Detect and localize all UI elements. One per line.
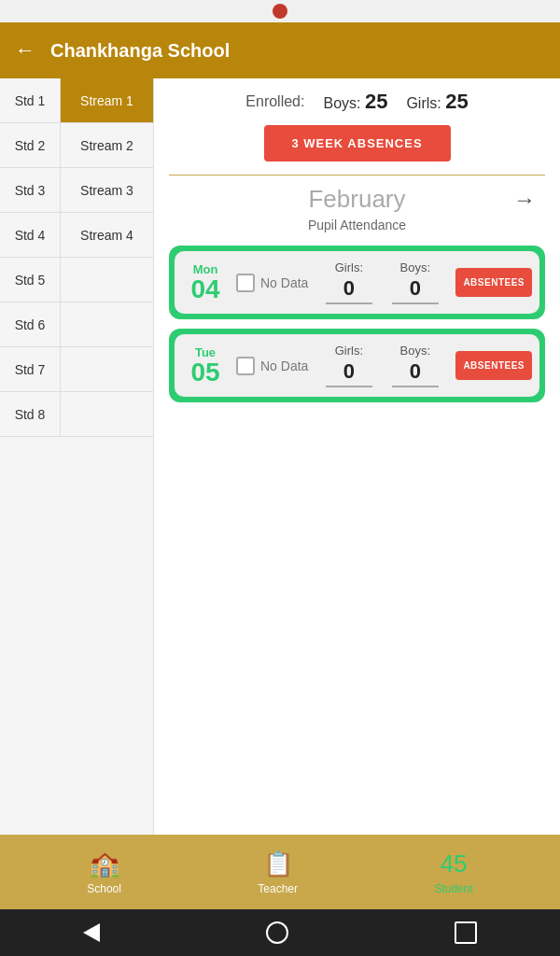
back-system-button[interactable]: [83, 923, 100, 942]
attendance-card-2: Tue 05 No Data Girls: 0 Boys: 0: [175, 334, 539, 397]
month-nav: February →: [169, 185, 545, 214]
day-label-2: Tue 05: [182, 345, 229, 386]
boys-count-col-1: Boys: 0: [392, 260, 439, 304]
nav-item-teacher[interactable]: 📋 Teacher: [258, 850, 298, 895]
std-label-8: Std 8: [0, 392, 61, 436]
stream-item-1[interactable]: Stream 1: [61, 78, 153, 122]
girls-header-2: Girls:: [335, 344, 363, 358]
day-num-2: 05: [190, 359, 219, 386]
absentees-button-1[interactable]: ABSENTEES: [455, 268, 532, 297]
stream-item-3[interactable]: Stream 3: [61, 168, 153, 212]
bottom-nav: 🏫 School 📋 Teacher 45 Student: [0, 835, 560, 909]
stream-item-7[interactable]: [61, 347, 153, 391]
girls-count-label: Girls: 25: [406, 90, 468, 114]
std-row-6: Std 6: [0, 302, 153, 347]
sidebar: Std 1 Stream 1 Std 2 Stream 2 Std 3 Stre…: [0, 78, 154, 835]
stream-item-4[interactable]: Stream 4: [61, 213, 153, 257]
girls-value-1: 0: [343, 276, 355, 301]
no-data-checkbox-2[interactable]: [236, 357, 255, 375]
attendance-heading: Pupil Attendance: [169, 218, 545, 232]
girls-count-col-1: Girls: 0: [326, 260, 372, 304]
week-absences-button[interactable]: 3 WEEK ABSENCES: [264, 125, 451, 162]
attendance-card-wrapper-1: Mon 04 No Data Girls: 0 Boys: 0: [169, 246, 545, 319]
girls-count-col-2: Girls: 0: [326, 344, 372, 387]
std-label-7: Std 7: [0, 347, 61, 391]
girls-line-1: [326, 302, 372, 304]
no-data-checkbox-1[interactable]: [236, 274, 255, 292]
header-title: Chankhanga School: [50, 40, 230, 62]
nav-item-school[interactable]: 🏫 School: [87, 850, 121, 895]
girls-header-1: Girls:: [335, 260, 363, 274]
app-header: ← Chankhanga School: [0, 22, 560, 78]
std-row-5: Std 5: [0, 258, 153, 302]
stream-item-5[interactable]: [61, 258, 153, 302]
std-label-6: Std 6: [0, 302, 61, 346]
std-row-1: Std 1 Stream 1: [0, 78, 153, 123]
std-row-7: Std 7: [0, 347, 153, 392]
std-label-4: Std 4: [0, 213, 61, 257]
stream-item-8[interactable]: [61, 392, 153, 436]
recents-system-button[interactable]: [455, 921, 477, 944]
back-button[interactable]: ←: [15, 38, 35, 63]
girls-line-2: [326, 386, 372, 387]
boys-line-1: [392, 302, 439, 304]
std-row-8: Std 8: [0, 392, 153, 437]
student-nav-label: Student: [434, 882, 472, 895]
checkbox-area-2: No Data: [236, 357, 308, 375]
month-label: February: [308, 185, 405, 214]
attendance-card-wrapper-2: Tue 05 No Data Girls: 0 Boys: 0: [169, 329, 545, 402]
checkbox-area-1: No Data: [236, 274, 308, 292]
teacher-nav-label: Teacher: [258, 882, 298, 895]
attendance-card-1: Mon 04 No Data Girls: 0 Boys: 0: [175, 251, 539, 314]
stream-item-6[interactable]: [61, 302, 153, 346]
std-row-4: Std 4 Stream 4: [0, 213, 153, 258]
std-label-1: Std 1: [0, 78, 61, 122]
stream-item-2[interactable]: Stream 2: [61, 123, 153, 167]
std-row-2: Std 2 Stream 2: [0, 123, 153, 168]
girls-value-2: 0: [343, 359, 355, 384]
boys-value-2: 0: [410, 359, 421, 384]
boys-count-label: Boys: 25: [323, 90, 387, 114]
std-label-3: Std 3: [0, 168, 61, 212]
boys-count-value: 25: [365, 90, 387, 113]
absentees-button-2[interactable]: ABSENTEES: [455, 351, 532, 380]
no-data-label-2: No Data: [260, 358, 308, 373]
boys-line-2: [392, 386, 439, 387]
enrolled-row: Enrolled: Boys: 25 Girls: 25: [169, 90, 545, 114]
student-icon: 45: [441, 850, 468, 879]
boys-count-col-2: Boys: 0: [392, 344, 439, 387]
divider: [169, 175, 545, 176]
home-system-button[interactable]: [266, 921, 288, 944]
boys-value-1: 0: [410, 276, 421, 301]
counts-area-2: Girls: 0 Boys: 0: [315, 344, 448, 387]
counts-area-1: Girls: 0 Boys: 0: [315, 260, 448, 304]
no-data-label-1: No Data: [260, 275, 308, 290]
teacher-icon: 📋: [263, 850, 293, 879]
day-label-1: Mon 04: [182, 262, 229, 302]
day-num-1: 04: [190, 276, 219, 302]
system-nav-bar: [0, 909, 560, 956]
girls-count-value: 25: [445, 90, 468, 113]
std-label-5: Std 5: [0, 258, 61, 302]
status-icon: [273, 4, 287, 19]
content-area: Enrolled: Boys: 25 Girls: 25 3 WEEK ABSE…: [154, 78, 560, 835]
school-icon: 🏫: [90, 850, 119, 879]
enrolled-label: Enrolled:: [245, 93, 304, 110]
school-nav-label: School: [87, 882, 121, 895]
status-bar: [0, 0, 560, 22]
std-row-3: Std 3 Stream 3: [0, 168, 153, 213]
main-layout: Std 1 Stream 1 Std 2 Stream 2 Std 3 Stre…: [0, 78, 560, 835]
nav-item-student[interactable]: 45 Student: [434, 850, 472, 895]
next-month-button[interactable]: →: [513, 187, 536, 213]
boys-header-1: Boys:: [400, 260, 431, 274]
std-label-2: Std 2: [0, 123, 61, 167]
boys-header-2: Boys:: [400, 344, 431, 358]
